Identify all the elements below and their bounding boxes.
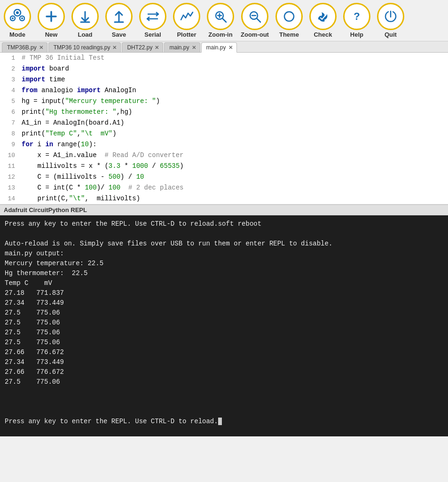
tab-main1[interactable]: main.py ✕	[164, 42, 200, 52]
zoom-out-button[interactable]: Zoom-out	[238, 2, 272, 39]
code-line-4: 4 from analogio import AnalogIn	[0, 85, 448, 96]
tab-dht22-label: DHT22.py	[127, 44, 152, 51]
plotter-label: Plotter	[177, 31, 196, 38]
tab-main1-label: main.py	[169, 44, 189, 51]
tab-main2[interactable]: main.py ✕	[201, 42, 237, 53]
tab-tmp36b-close[interactable]: ✕	[39, 45, 43, 50]
tab-dht22[interactable]: DHT22.py ✕	[122, 42, 163, 52]
zoom-in-button[interactable]: Zoom-in	[204, 2, 237, 39]
quit-button[interactable]: Quit	[374, 2, 407, 39]
toolbar: Mode New Load	[0, 0, 448, 41]
plotter-icon	[173, 3, 200, 30]
load-icon	[71, 3, 99, 30]
check-label: Check	[314, 31, 332, 38]
tab-tmp36b-label: TMP36B.py	[7, 44, 37, 51]
tab-tmp36b[interactable]: TMP36B.py ✕	[2, 42, 47, 52]
check-icon	[309, 3, 337, 30]
mode-label: Mode	[9, 31, 25, 38]
theme-label: Theme	[279, 31, 299, 38]
plotter-button[interactable]: Plotter	[170, 2, 203, 39]
help-button[interactable]: ? Help	[340, 2, 373, 39]
repl-header: Adafruit CircuitPython REPL	[0, 205, 448, 215]
zoom-out-label: Zoom-out	[241, 31, 269, 38]
serial-label: Serial	[144, 31, 161, 38]
help-icon: ?	[343, 3, 370, 30]
code-line-9: 9 for i in range(10):	[0, 139, 448, 150]
theme-button[interactable]: Theme	[273, 2, 306, 39]
mode-button[interactable]: Mode	[1, 2, 34, 39]
mode-icon	[4, 3, 31, 30]
save-label: Save	[112, 31, 126, 38]
code-line-12: 12 C = (millivolts - 500) / 10	[0, 172, 448, 182]
tab-tmp36-10-close[interactable]: ✕	[112, 45, 117, 50]
tab-dht22-close[interactable]: ✕	[155, 45, 159, 50]
quit-icon	[377, 3, 404, 30]
tab-main2-close[interactable]: ✕	[228, 45, 233, 50]
svg-point-19	[284, 12, 294, 21]
code-line-3: 3 import time	[0, 74, 448, 85]
save-button[interactable]: Save	[102, 2, 135, 39]
svg-point-3	[12, 17, 14, 19]
code-line-10: 10 x = A1_in.value # Read A/D converter	[0, 150, 448, 161]
cursor	[218, 418, 222, 425]
code-line-7: 7 A1_in = AnalogIn(board.A1)	[0, 118, 448, 128]
serial-icon	[139, 3, 166, 30]
repl-output[interactable]: Press any key to enter the REPL. Use CTR…	[0, 215, 448, 436]
repl-header-label: Adafruit CircuitPython REPL	[4, 206, 87, 213]
new-label: New	[45, 31, 58, 38]
load-label: Load	[78, 31, 92, 38]
new-icon	[38, 3, 65, 30]
tabs-bar: TMP36B.py ✕ TMP36 10 readings.py ✕ DHT22…	[0, 41, 448, 53]
zoom-out-icon	[241, 3, 268, 30]
tab-tmp36-10-label: TMP36 10 readings.py	[54, 44, 110, 51]
tab-tmp36-10[interactable]: TMP36 10 readings.py ✕	[48, 42, 121, 52]
theme-icon	[275, 3, 303, 30]
check-button[interactable]: Check	[307, 2, 339, 39]
tab-main1-close[interactable]: ✕	[192, 45, 196, 50]
save-icon	[105, 3, 133, 30]
zoom-in-icon	[207, 3, 234, 30]
code-line-1: 1 # TMP 36 Initial Test	[0, 53, 448, 63]
code-line-11: 11 millivolts = x * (3.3 * 1000 / 65535)	[0, 161, 448, 172]
code-line-5: 5 hg = input("Mercury temperature: ")	[0, 96, 448, 107]
svg-point-5	[21, 17, 23, 19]
zoom-in-label: Zoom-in	[208, 31, 232, 38]
help-label: Help	[350, 31, 363, 38]
code-line-14: 14 print(C,"\t", millivolts)	[0, 193, 448, 204]
svg-line-18	[257, 18, 260, 22]
load-button[interactable]: Load	[69, 2, 102, 39]
code-line-2: 2 import board	[0, 63, 448, 74]
tab-main2-label: main.py	[206, 44, 226, 51]
code-line-8: 8 print("Temp C","\t mV")	[0, 128, 448, 139]
new-button[interactable]: New	[35, 2, 68, 39]
svg-point-1	[16, 11, 19, 14]
code-line-6: 6 print("Hg thermometer: ",hg)	[0, 107, 448, 118]
code-line-13: 13 C = int(C * 100)/ 100 # 2 dec places	[0, 182, 448, 193]
editor-area[interactable]: 1 # TMP 36 Initial Test 2 import board 3…	[0, 53, 448, 205]
svg-text:?: ?	[354, 10, 360, 22]
quit-label: Quit	[385, 31, 397, 38]
svg-line-15	[222, 18, 226, 22]
serial-button[interactable]: Serial	[136, 2, 169, 39]
